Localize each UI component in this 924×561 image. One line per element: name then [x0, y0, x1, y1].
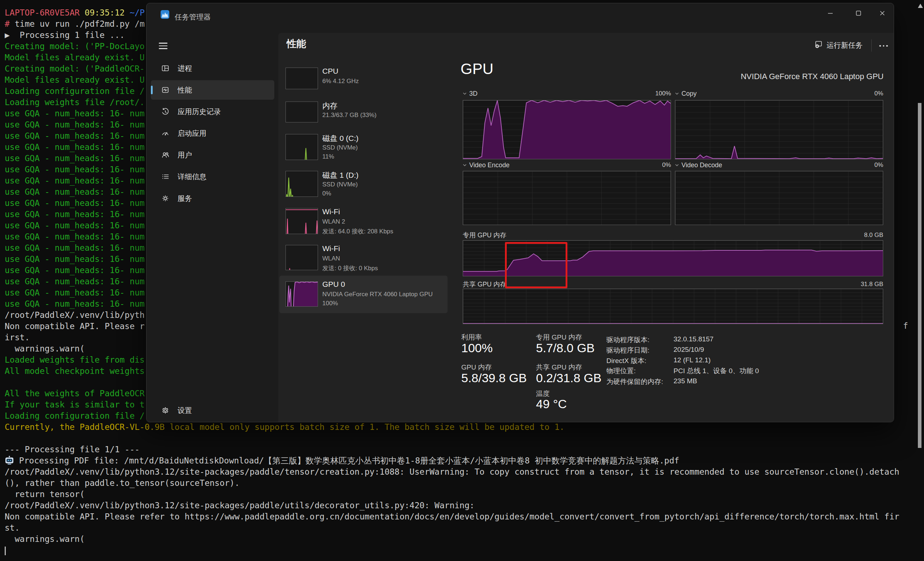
device-title: 内存 [322, 101, 338, 111]
gear-icon [161, 406, 170, 415]
terminal-line: /root/PaddleX/.venv/lib/python3.12/site-… [5, 500, 900, 511]
sidebar-item-services[interactable]: 服务 [151, 189, 274, 208]
shared-memory-value: 0.2/31.8 GB [536, 371, 602, 385]
terminal-line: warnings.warn( [5, 534, 900, 545]
device-subtitle: 0% [322, 190, 332, 197]
device-subtitle: SSD (NVMe) [322, 181, 358, 188]
services-icon [161, 194, 170, 203]
device-subtitle: 发送: 64.0 接收: 208 Kbps [322, 227, 393, 236]
sidebar-label: 用户 [178, 150, 192, 160]
gpu-panel-title: GPU [460, 60, 494, 78]
driver-date-value: 2025/10/9 [674, 346, 704, 353]
device-subtitle: WLAN [322, 255, 340, 262]
terminal-line: Currently, the PaddleOCR-VL-0.9B local m… [5, 421, 900, 433]
maximize-button[interactable] [847, 3, 870, 23]
gpu-memory-value: 5.8/39.8 GB [461, 371, 526, 385]
sidebar-item-startup-apps[interactable]: 启动应用 [151, 123, 274, 143]
physical-location-value: PCI 总线 1、设备 0、功能 0 [674, 366, 759, 376]
sidebar-item-processes[interactable]: 进程 [151, 59, 274, 78]
cpu-thumbnail-chart [285, 68, 318, 89]
terminal-line: st. [5, 522, 900, 534]
device-title: GPU 0 [322, 280, 345, 289]
shared-memory-max: 31.8 GB [861, 281, 883, 288]
sidebar-item-settings[interactable]: 设置 [151, 401, 274, 420]
run-new-task-label: 运行新任务 [826, 41, 862, 50]
chart-value-copy: 0% [874, 90, 883, 97]
device-subtitle: 21.3/63.7 GB (33%) [322, 111, 376, 119]
details-icon [161, 172, 170, 181]
gpu-device-name: NVIDIA GeForce RTX 4060 Laptop GPU [741, 72, 884, 81]
terminal-line: Non compatible API. Please refer to http… [5, 511, 900, 522]
run-new-task-icon [814, 40, 823, 51]
physical-location-label: 物理位置: [606, 366, 636, 376]
more-options-button[interactable] [874, 39, 893, 53]
task-manager-app-icon [160, 10, 170, 19]
device-title: Wi-Fi [322, 244, 340, 253]
chart-value-video-decode: 0% [874, 161, 883, 169]
dedicated-memory-value: 5.7/8.0 GB [536, 341, 595, 355]
sidebar-label: 性能 [178, 85, 192, 95]
temperature-value: 49 °C [536, 397, 567, 411]
gpu-video-decode-chart [675, 171, 883, 225]
chart-header-3d: 3D 100% [463, 89, 671, 98]
gpu-shared-memory-chart [463, 289, 883, 324]
device-subtitle: SSD (NVMe) [322, 144, 358, 151]
wifi2-thumbnail-chart [285, 208, 318, 234]
sidebar-item-performance[interactable]: 性能 [151, 80, 274, 100]
terminal-cursor [5, 546, 6, 555]
disk1-thumbnail-chart [285, 171, 318, 197]
terminal-cursor-line [5, 545, 900, 556]
dedicated-memory-max: 8.0 GB [864, 232, 883, 239]
sidebar-item-details[interactable]: 详细信息 [151, 167, 274, 186]
run-new-task-button[interactable]: 运行新任务 [812, 37, 866, 53]
chart-header-video-decode: Video Decode 0% [675, 161, 883, 169]
terminal-line [5, 433, 900, 444]
chart-value-video-encode: 0% [662, 161, 671, 169]
chart-header-dedicated-memory: 专用 GPU 内存 8.0 GB [463, 231, 883, 239]
robot-icon [5, 456, 14, 465]
disk0-thumbnail-chart [285, 134, 318, 160]
screen: LAPTOP-6R0VE5AR 09:35:12 ~/P# time uv ru… [0, 0, 924, 561]
gpu-video-encode-chart [463, 171, 671, 225]
chevron-down-icon[interactable] [463, 164, 467, 167]
terminal-line: Processing PDF file: /mnt/d/BaiduNetdisk… [5, 455, 900, 466]
utilization-value: 100% [461, 341, 493, 355]
hardware-reserved-memory-label: 为硬件保留的内存: [606, 377, 663, 387]
terminal-stray-text: f [903, 321, 908, 331]
processes-icon [161, 64, 170, 72]
device-title: Wi-Fi [322, 208, 340, 216]
history-icon [161, 107, 170, 116]
minimize-button[interactable] [819, 3, 842, 23]
chart-header-copy: Copy 0% [675, 89, 883, 98]
chevron-down-icon[interactable] [675, 164, 679, 167]
hardware-reserved-memory-value: 235 MB [674, 377, 697, 385]
driver-date-label: 驱动程序日期: [606, 346, 650, 355]
driver-version-label: 驱动程序版本: [606, 335, 650, 344]
chart-header-video-encode: Video Encode 0% [463, 161, 671, 169]
menu-toggle-button[interactable] [158, 39, 172, 53]
terminal-line: /root/PaddleX/.venv/lib/python3.12/site-… [5, 466, 900, 478]
sidebar-item-app-history[interactable]: 应用历史记录 [151, 102, 274, 121]
gpu0-thumbnail-chart [285, 281, 318, 307]
device-title: 磁盘 0 (C:) [322, 133, 358, 143]
memory-thumbnail-chart [285, 102, 318, 122]
sidebar-label: 启动应用 [178, 129, 207, 138]
chevron-down-icon[interactable] [675, 92, 679, 95]
terminal-line: return tensor( [5, 489, 900, 500]
sidebar-label: 设置 [178, 406, 192, 415]
chevron-down-icon[interactable] [463, 92, 467, 95]
gpu-copy-chart [675, 100, 883, 159]
performance-icon [161, 86, 170, 94]
header-separator [871, 39, 872, 52]
terminal-line: (), rather than paddle.to_tensor(sourceT… [5, 478, 900, 489]
terminal-scrollbar-thumb[interactable] [918, 103, 921, 448]
selected-accent-bar [151, 86, 153, 94]
startup-icon [161, 129, 170, 138]
close-button[interactable] [871, 3, 894, 23]
sidebar-item-users[interactable]: 用户 [151, 145, 274, 165]
scrollbar-up-icon[interactable] [918, 4, 923, 8]
directx-version-value: 12 (FL 12.1) [674, 356, 711, 364]
sidebar-label: 服务 [178, 194, 192, 203]
titlebar[interactable]: 任务管理器 [147, 3, 894, 29]
wifi1-thumbnail-chart [285, 245, 318, 270]
